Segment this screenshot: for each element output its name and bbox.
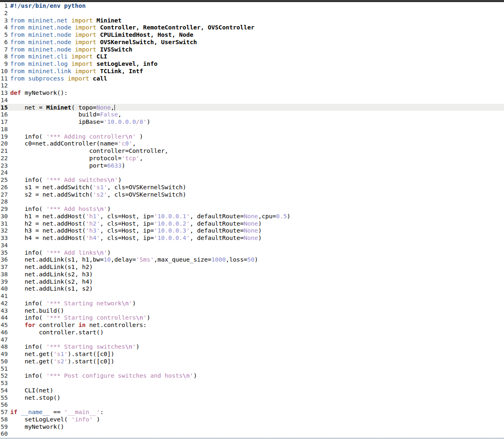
code-token: , cls=Host, ip= — [100, 227, 154, 234]
code-line[interactable]: 6from mininet.node import OVSKernelSwitc… — [0, 38, 504, 46]
code-text: info( '*** Post configure switches and h… — [8, 372, 197, 379]
code-line[interactable]: 58 setLogLevel( 'info' ) — [0, 416, 504, 423]
code-line[interactable]: 18 — [0, 125, 504, 133]
code-line[interactable]: 26 s1 = net.addSwitch('s1', cls=OVSKerne… — [0, 184, 504, 191]
code-token: , — [118, 111, 122, 118]
code-line[interactable]: 56 — [0, 401, 504, 408]
code-line[interactable]: 32 h3 = net.addHost('h3', cls=Host, ip='… — [0, 227, 504, 234]
code-line[interactable]: 10from mininet.link import TCLink, Intf — [0, 67, 504, 75]
code-text: info( '*** Add switches\n') — [8, 176, 121, 184]
code-line[interactable]: 52 info( '*** Post configure switches an… — [0, 372, 504, 379]
line-number: 45 — [0, 321, 8, 329]
code-line[interactable]: 30 h1 = net.addHost('h1', cls=Host, ip='… — [0, 213, 504, 220]
code-line[interactable]: 5from mininet.node import CPULimitedHost… — [0, 31, 504, 38]
text-cursor — [114, 105, 115, 110]
code-line[interactable]: 37 net.addLink(s1, h2) — [0, 263, 504, 271]
code-line[interactable]: 12 — [0, 82, 504, 89]
code-text: info( '*** Starting switches\n') — [8, 343, 139, 350]
code-token: ' — [190, 372, 193, 379]
code-line[interactable]: 36 net.addLink(s1, h1,bw=10,delay='Sms',… — [0, 256, 504, 263]
code-line[interactable]: 54 CLI(net) — [0, 387, 504, 394]
code-line[interactable]: 22 protocol='tcp', — [0, 155, 504, 162]
code-line[interactable]: 46 controller.start() — [0, 329, 504, 336]
code-line[interactable]: 50 net.get('s2').start([c0]) — [0, 358, 504, 365]
code-token: , cls=OVSKernelSwitch) — [107, 191, 186, 198]
code-line[interactable]: 40 net.addLink(s1, s2) — [0, 285, 504, 292]
code-line[interactable]: 31 h2 = net.addHost('h2', cls=Host, ip='… — [0, 220, 504, 227]
code-line[interactable]: 8from mininet.cli import CLI — [0, 53, 504, 60]
code-line[interactable]: 45 for controller in net.controllers: — [0, 321, 504, 329]
code-line[interactable]: 7from mininet.node import IVSSwitch — [0, 46, 504, 53]
code-line[interactable]: 55 net.stop() — [0, 394, 504, 401]
code-text: info( '*** Add links\n') — [8, 249, 111, 256]
code-line[interactable]: 21 controller=Controller, — [0, 147, 504, 155]
code-text — [8, 401, 10, 408]
line-number: 26 — [0, 184, 8, 191]
code-token: net = — [10, 104, 46, 111]
code-line[interactable]: 33 h4 = net.addHost('h4', cls=Host, ip='… — [0, 234, 504, 242]
code-text: c0=net.addController(name='c0', — [8, 140, 136, 147]
code-line[interactable]: 9from mininet.log import setLogLevel, in… — [0, 60, 504, 67]
code-text: myNetwork() — [8, 423, 64, 430]
code-text: info( '*** Starting network\n') — [8, 300, 136, 307]
code-token: , defaultRoute= — [190, 227, 244, 234]
code-line[interactable]: 42 info( '*** Starting network\n') — [0, 300, 504, 307]
code-line[interactable]: 29 info( '*** Add hosts\n') — [0, 205, 504, 213]
code-text — [8, 292, 10, 300]
code-line[interactable]: 27 s2 = net.addSwitch('s2', cls=OVSKerne… — [0, 191, 504, 198]
code-line[interactable]: 19 info( '*** Adding controller\n' ) — [0, 133, 504, 140]
code-area[interactable]: 1#!/usr/bin/env python23from mininet.net… — [0, 2, 504, 437]
code-line[interactable]: 17 ipBase='10.0.0.0/8') — [0, 118, 504, 125]
code-token: . — [129, 118, 132, 125]
code-line[interactable]: 51 — [0, 365, 504, 372]
code-token: '*** Starting network — [46, 300, 122, 307]
code-token: myNetwork(): — [25, 89, 67, 96]
code-text: s1 = net.addSwitch('s1', cls=OVSKernelSw… — [8, 184, 186, 191]
code-line[interactable]: 20 c0=net.addController(name='c0', — [0, 140, 504, 147]
code-line[interactable]: 43 net.build() — [0, 307, 504, 314]
code-token: import — [75, 46, 100, 53]
line-number: 32 — [0, 227, 8, 234]
code-line[interactable]: 47 — [0, 336, 504, 343]
code-line[interactable]: 13def myNetwork(): — [0, 89, 504, 96]
code-token: setLogLevel( — [10, 416, 71, 423]
code-line[interactable]: 1#!/usr/bin/env python — [0, 2, 504, 9]
code-token: , — [132, 140, 136, 147]
line-number: 16 — [0, 111, 8, 118]
code-token: ' — [103, 184, 107, 190]
code-line[interactable]: 60 — [0, 430, 504, 437]
code-line[interactable]: 28 — [0, 198, 504, 205]
code-line[interactable]: 57if __name__ == '__main__': — [0, 408, 504, 416]
code-line[interactable]: 39 net.addLink(s2, h4) — [0, 278, 504, 285]
code-line[interactable]: 14 — [0, 96, 504, 104]
code-line[interactable]: 49 net.get('s1').start([c0]) — [0, 350, 504, 358]
code-token: . — [121, 118, 125, 125]
code-token: from subprocess — [10, 75, 68, 82]
code-line[interactable]: 24 — [0, 169, 504, 176]
code-line[interactable]: 59 myNetwork() — [0, 423, 504, 430]
line-number: 1 — [0, 2, 8, 9]
code-line[interactable]: 53 — [0, 379, 504, 387]
code-token: ,loss= — [226, 256, 247, 263]
code-line[interactable]: 3from mininet.net import Mininet — [0, 17, 504, 24]
code-line[interactable]: 15 net = Mininet( topo=None, — [0, 104, 504, 111]
code-token: import — [71, 60, 96, 67]
code-token: CLI — [96, 53, 107, 60]
code-line[interactable]: 25 info( '*** Add switches\n') — [0, 176, 504, 184]
code-line[interactable]: 38 net.addLink(s2, h3) — [0, 271, 504, 278]
code-line[interactable]: 11from subprocess import call — [0, 75, 504, 82]
code-line[interactable]: 23 port=6633) — [0, 162, 504, 169]
code-line[interactable]: 16 build=False, — [0, 111, 504, 118]
code-line[interactable]: 35 info( '*** Add links\n') — [0, 249, 504, 256]
code-line[interactable]: 2 — [0, 9, 504, 17]
code-line[interactable]: 41 — [0, 292, 504, 300]
code-token: 1000 — [211, 256, 226, 263]
code-line[interactable]: 4from mininet.node import Controller, Re… — [0, 24, 504, 31]
code-line[interactable]: 48 info( '*** Starting switches\n') — [0, 343, 504, 350]
code-line[interactable]: 34 — [0, 242, 504, 249]
line-number: 10 — [0, 67, 8, 75]
code-line[interactable]: 44 info( '*** Starting controllers\n') — [0, 314, 504, 321]
code-token: ) — [193, 372, 197, 379]
code-token: ) — [255, 256, 258, 263]
code-token: ' — [154, 220, 157, 227]
